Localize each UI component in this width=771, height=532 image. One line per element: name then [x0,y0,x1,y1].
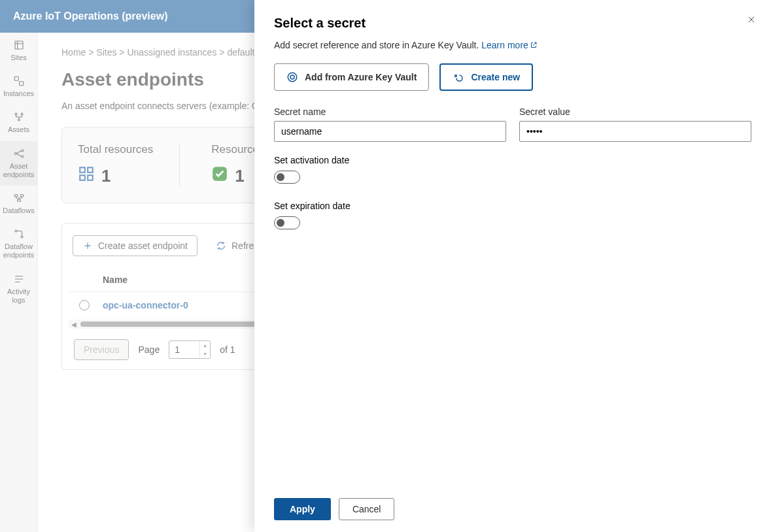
cancel-button[interactable]: Cancel [339,498,395,520]
create-new-button[interactable]: Create new [439,63,533,91]
button-label: Create new [471,72,520,82]
activation-date-row: Set activation date [274,155,751,184]
toggle-label: Set expiration date [274,201,751,211]
apply-button[interactable]: Apply [274,498,331,520]
svg-point-20 [290,75,294,79]
panel-footer: Apply Cancel [254,486,771,532]
secret-name-input[interactable] [274,121,506,142]
button-label: Add from Azure Key Vault [305,72,417,82]
panel-title: Select a secret [274,16,751,31]
learn-more-link[interactable]: Learn more [481,40,538,50]
expiration-date-toggle[interactable] [274,216,300,229]
field-label: Secret name [274,107,506,117]
secret-name-field: Secret name [274,107,506,142]
field-label: Secret value [519,107,751,117]
expiration-date-row: Set expiration date [274,201,751,229]
secret-source-options: Add from Azure Key Vault Create new [274,63,751,91]
close-button[interactable] [742,10,761,29]
toggle-label: Set activation date [274,155,751,165]
activation-date-toggle[interactable] [274,171,300,184]
panel-description: Add secret reference and store in Azure … [274,40,751,50]
svg-point-19 [288,73,297,82]
secret-value-input[interactable] [519,121,751,142]
add-from-key-vault-button[interactable]: Add from Azure Key Vault [274,63,429,91]
secret-value-field: Secret value [519,107,751,142]
select-secret-panel: Select a secret Add secret reference and… [254,0,771,532]
